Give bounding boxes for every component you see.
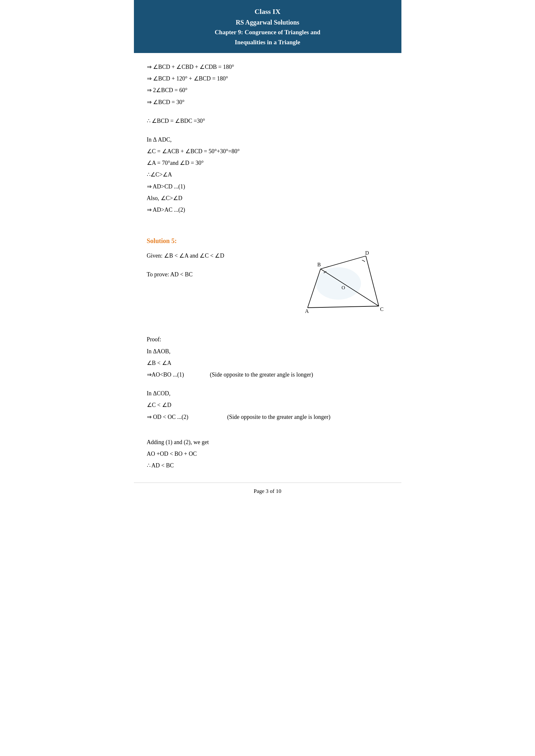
angle-b-a: ∠B < ∠A <box>147 358 388 368</box>
page-footer: Page 3 of 10 <box>134 483 401 500</box>
svg-text:O: O <box>342 285 345 290</box>
eq2: ⇒ ∠BCD + 120° + ∠BCD = 180° <box>147 73 388 84</box>
eq1: ⇒ ∠BCD + ∠CBD + ∠CDB = 180° <box>147 62 388 72</box>
ad-gt-ac: ⇒ AD>AC ...(2) <box>147 204 388 215</box>
od-oc-result: ⇒ OD < OC ...(2) <box>147 412 188 422</box>
header-line3: Chapter 9: Congruence of Triangles and <box>140 27 395 37</box>
solution5-diagram: A B C D O <box>278 250 388 324</box>
svg-line-4 <box>321 256 366 269</box>
header-line1: Class IX <box>140 6 395 17</box>
proof-block: Proof: In ΔAOB, ∠B < ∠A ⇒AO<BO ...(1) (S… <box>147 334 388 422</box>
page-wrapper: Class IX RS Aggarwal Solutions Chapter 9… <box>134 0 401 500</box>
svg-text:B: B <box>317 262 321 267</box>
solution5-block: Solution 5: Given: ∠B < ∠A and ∠C < ∠D T… <box>147 235 388 471</box>
angle-c: ∠C = ∠ACB + ∠BCD = 50°+30°=80° <box>147 146 388 157</box>
ao-bo-result: ⇒AO<BO ...(1) <box>147 369 184 380</box>
adding-block: Adding (1) and (2), we get AO +OD < BO +… <box>147 437 388 471</box>
page-header: Class IX RS Aggarwal Solutions Chapter 9… <box>134 0 401 53</box>
svg-text:C: C <box>380 307 383 312</box>
in-adc: In Δ ADC, <box>147 134 388 145</box>
footer-text: Page 3 of 10 <box>254 488 281 494</box>
page-content: ⇒ ∠BCD + ∠CBD + ∠CDB = 180° ⇒ ∠BCD + 120… <box>134 53 401 479</box>
add-eq: AO +OD < BO + OC <box>147 448 388 459</box>
toprove-text: To prove: AD < BC <box>147 269 275 280</box>
therefore-c-a: ∴∠C>∠A <box>147 169 388 180</box>
proof-label: Proof: <box>147 334 388 345</box>
result-aob-line: ⇒AO<BO ...(1) (Side opposite to the grea… <box>147 369 388 380</box>
given-text: Given: ∠B < ∠A and ∠C < ∠D <box>147 250 275 261</box>
ad-gt-cd: ⇒ AD>CD ...(1) <box>147 181 388 192</box>
header-line4: Inequalities in a Triangle <box>140 38 395 47</box>
svg-point-0 <box>316 267 361 300</box>
svg-text:A: A <box>305 308 309 314</box>
eq5: ∴ ∠BCD = ∠BDC =30° <box>147 115 388 126</box>
solution5-main: Given: ∠B < ∠A and ∠C < ∠D To prove: AD … <box>147 250 388 324</box>
solution5-text: Given: ∠B < ∠A and ∠C < ∠D To prove: AD … <box>147 250 275 281</box>
solution5-heading: Solution 5: <box>147 235 388 247</box>
svg-line-5 <box>366 256 379 306</box>
adc-block: In Δ ADC, ∠C = ∠ACB + ∠BCD = 50°+30°=80°… <box>147 134 388 215</box>
result-cod-line: ⇒ OD < OC ...(2) (Side opposite to the g… <box>147 412 388 422</box>
header-line2: RS Aggarwal Solutions <box>140 17 395 27</box>
eq4: ⇒ ∠BCD = 30° <box>147 97 388 108</box>
eq3: ⇒ 2∠BCD = 60° <box>147 85 388 96</box>
conclusion: ∴ AD < BC <box>147 460 388 471</box>
equations-block: ⇒ ∠BCD + ∠CBD + ∠CDB = 180° ⇒ ∠BCD + 120… <box>147 62 388 126</box>
angle-c-d: ∠C < ∠D <box>147 399 388 411</box>
reason-aob: (Side opposite to the greater angle is l… <box>210 369 313 380</box>
adding-text: Adding (1) and (2), we get <box>147 437 388 448</box>
also-c-d: Also, ∠C>∠D <box>147 193 388 203</box>
triangle-diagram: A B C D O <box>278 250 388 321</box>
in-aob: In ΔAOB, <box>147 346 388 357</box>
svg-text:D: D <box>365 250 369 256</box>
svg-line-1 <box>308 306 379 308</box>
angle-a-d: ∠A = 70°and ∠D = 30° <box>147 157 388 168</box>
in-cod: In ΔCOD, <box>147 388 388 399</box>
reason-cod: (Side opposite to the greater angle is l… <box>227 412 330 422</box>
